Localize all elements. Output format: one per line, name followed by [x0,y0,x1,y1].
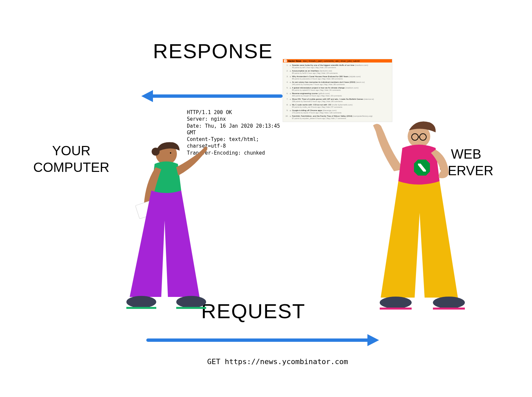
response-label: RESPONSE [153,39,273,63]
header-line: HTTP/1.1 200 OK [187,109,280,116]
hn-story-item: 2.▲Autocomplete as an Interface (benkuhn… [284,69,391,74]
hn-story-item: 6.▲Reverse engineering course (github.co… [284,92,391,97]
http-request-line: GET https://news.ycombinator.com [207,357,348,367]
client-person-icon [110,139,226,324]
hn-story-item: 7.▲Show HN: Tired of mobile games with I… [284,98,391,102]
hn-header: Y Hacker News new| threads| past| commen… [283,59,392,63]
header-line: Date: Thu, 16 Jan 2020 20:13:45 GMT [187,123,280,136]
hn-story-item: 4.▲An ant colony has memories its indivi… [284,81,391,85]
header-line: Server: nginx [187,116,280,122]
svg-rect-21 [433,308,465,310]
svg-rect-11 [126,307,156,309]
nginx-logo-icon [414,160,430,176]
svg-point-6 [170,152,171,154]
client-label: YOUR COMPUTER [33,142,109,176]
svg-point-9 [126,296,156,308]
svg-rect-20 [380,308,412,310]
hn-story-item: 5.▲A global reforestation project is how… [284,86,391,91]
response-arrow [136,84,283,108]
svg-marker-3 [367,334,379,346]
request-arrow [146,329,386,352]
hn-nav: new| threads| past| comments| ask| show|… [303,60,359,62]
hn-story-item: 1.▲Swedes were fooled by one of the bigg… [284,64,391,68]
hn-story-list: 1.▲Swedes were fooled by one of the bigg… [283,63,392,122]
hn-story-item: 8.▲My C code works with -O3 but not with… [284,103,391,108]
svg-point-5 [152,148,160,156]
hn-page-preview: Y Hacker News new| threads| past| commen… [283,59,392,122]
svg-point-10 [176,296,206,308]
hn-logo-icon: Y [284,60,287,62]
hn-title: Hacker News [288,60,301,62]
server-person-icon [362,116,489,326]
svg-marker-1 [141,90,153,102]
hn-story-item: 3.▲Why Amsterdam's Canal Houses Have End… [284,75,391,80]
hn-story-item: 9.▲Google is killing off Chrome apps (th… [284,109,391,114]
svg-rect-12 [176,307,206,309]
svg-point-19 [433,297,465,309]
svg-point-18 [380,297,412,309]
